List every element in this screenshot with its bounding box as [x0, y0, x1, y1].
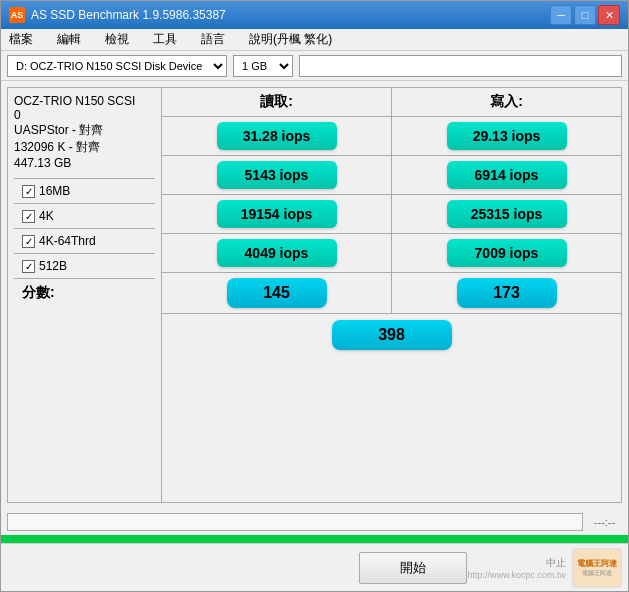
device-name: OCZ-TRIO N150 SCSI [14, 94, 155, 108]
maximize-button[interactable]: □ [574, 5, 596, 25]
row-labels: ✓ 16MB ✓ 4K ✓ 4K-64Thrd ✓ 512B 分數: [14, 178, 155, 307]
watermark-area: 中止 http://www.kocpc.com.tw [467, 556, 566, 580]
watermark-line1: 中止 [467, 556, 566, 570]
write-512b-badge: 7009 iops [447, 239, 567, 267]
read-4k-badge: 5143 iops [217, 161, 337, 189]
menu-bar: 檔案 編輯 檢視 工具 語言 說明(丹楓 繁化) [1, 29, 628, 51]
read-512b-badge: 4049 iops [217, 239, 337, 267]
score-read-cell: 145 [162, 273, 392, 313]
menu-file[interactable]: 檔案 [5, 30, 37, 49]
menu-view[interactable]: 檢視 [101, 30, 133, 49]
read-4k: 5143 iops [162, 156, 392, 194]
footer-right: 中止 http://www.kocpc.com.tw 電腦王阿達 電腦王阿達 [467, 548, 622, 588]
row-label-16mb: ✓ 16MB [14, 179, 155, 204]
checkbox-4k64[interactable]: ✓ [22, 235, 35, 248]
close-button[interactable]: ✕ [598, 5, 620, 25]
read-4k64: 19154 iops [162, 195, 392, 233]
window-title: AS SSD Benchmark 1.9.5986.35387 [31, 8, 226, 22]
score-write-badge: 173 [457, 278, 557, 308]
minimize-button[interactable]: ─ [550, 5, 572, 25]
row-label-4k64: ✓ 4K-64Thrd [14, 229, 155, 254]
write-4k64: 25315 iops [392, 195, 621, 233]
write-512b: 7009 iops [392, 234, 621, 272]
row-16mb: 31.28 iops 29.13 iops [162, 117, 621, 156]
read-16mb-badge: 31.28 iops [217, 122, 337, 150]
results-panel: 讀取: 寫入: 31.28 iops 29.13 iops 5143 iops … [162, 87, 622, 503]
status-uasp: UASPStor - 對齊 [14, 122, 155, 139]
row-label-4k: ✓ 4K [14, 204, 155, 229]
score-label: 分數: [14, 279, 155, 307]
progress-dots: ---:-- [587, 516, 622, 528]
menu-help[interactable]: 說明(丹楓 繁化) [245, 30, 336, 49]
main-window: AS AS SSD Benchmark 1.9.5986.35387 ─ □ ✕… [0, 0, 629, 592]
total-score-row: 398 [162, 313, 621, 356]
device-select[interactable]: D: OCZ-TRIO N150 SCSI Disk Device [7, 55, 227, 77]
title-bar-left: AS AS SSD Benchmark 1.9.5986.35387 [9, 7, 226, 23]
score-write-cell: 173 [392, 273, 621, 313]
toolbar: D: OCZ-TRIO N150 SCSI Disk Device 1 GB [1, 51, 628, 81]
write-header: 寫入: [392, 88, 621, 116]
write-4k: 6914 iops [392, 156, 621, 194]
row-4k64: 19154 iops 25315 iops [162, 195, 621, 234]
read-header: 讀取: [162, 88, 392, 116]
column-headers: 讀取: 寫入: [162, 88, 621, 117]
menu-tools[interactable]: 工具 [149, 30, 181, 49]
checkbox-512b[interactable]: ✓ [22, 260, 35, 273]
score-row: 145 173 [162, 273, 621, 313]
progress-area: ---:-- [1, 509, 628, 535]
title-bar: AS AS SSD Benchmark 1.9.5986.35387 ─ □ ✕ [1, 1, 628, 29]
write-16mb-badge: 29.13 iops [447, 122, 567, 150]
logo-area: 電腦王阿達 電腦王阿達 [572, 548, 622, 588]
row-4k: 5143 iops 6914 iops [162, 156, 621, 195]
device-num: 0 [14, 108, 155, 122]
left-info-panel: OCZ-TRIO N150 SCSI 0 UASPStor - 對齊 13209… [7, 87, 162, 503]
app-icon: AS [9, 7, 25, 23]
read-512b: 4049 iops [162, 234, 392, 272]
status-align: 132096 K - 對齊 [14, 139, 155, 156]
extra-input[interactable] [299, 55, 622, 77]
start-button[interactable]: 開始 [359, 552, 467, 584]
progress-bar-container [7, 513, 583, 531]
write-4k64-badge: 25315 iops [447, 200, 567, 228]
row-512b: 4049 iops 7009 iops [162, 234, 621, 273]
checkbox-4k[interactable]: ✓ [22, 210, 35, 223]
capacity: 447.13 GB [14, 156, 155, 170]
size-select[interactable]: 1 GB [233, 55, 293, 77]
checkbox-16mb[interactable]: ✓ [22, 185, 35, 198]
menu-edit[interactable]: 編輯 [53, 30, 85, 49]
menu-language[interactable]: 語言 [197, 30, 229, 49]
score-read-badge: 145 [227, 278, 327, 308]
website: http://www.kocpc.com.tw [467, 570, 566, 580]
title-controls: ─ □ ✕ [550, 5, 620, 25]
write-4k-badge: 6914 iops [447, 161, 567, 189]
row-label-512b: ✓ 512B [14, 254, 155, 279]
total-score-badge: 398 [332, 320, 452, 350]
logo-text: 電腦王阿達 電腦王阿達 [577, 558, 617, 578]
main-content: OCZ-TRIO N150 SCSI 0 UASPStor - 對齊 13209… [1, 81, 628, 509]
read-16mb: 31.28 iops [162, 117, 392, 155]
green-bottom-bar [1, 535, 628, 543]
write-16mb: 29.13 iops [392, 117, 621, 155]
read-4k64-badge: 19154 iops [217, 200, 337, 228]
footer: 開始 中止 http://www.kocpc.com.tw 電腦王阿達 電腦王阿… [1, 543, 628, 591]
